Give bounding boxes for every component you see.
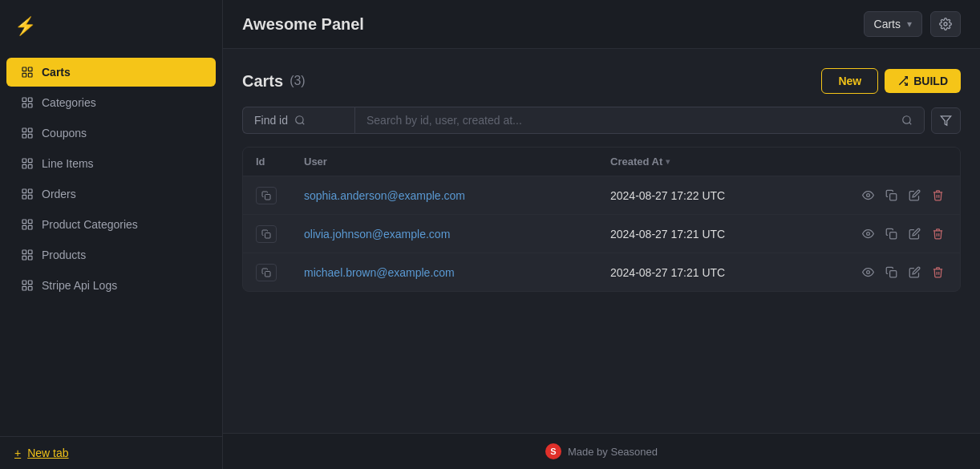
copy-id-button[interactable]: [256, 187, 277, 204]
table-row: olivia.johnson@example.com 2024-08-27 17…: [243, 215, 960, 253]
td-actions: [835, 263, 947, 281]
table-row: sophia.anderson@example.com 2024-08-27 1…: [243, 176, 960, 215]
sidebar-footer: + New tab: [0, 436, 222, 469]
copy-icon: [261, 229, 271, 239]
new-tab-link[interactable]: + New tab: [14, 447, 208, 459]
svg-rect-43: [265, 232, 271, 238]
svg-rect-19: [28, 195, 32, 199]
duplicate-icon: [885, 266, 897, 278]
svg-rect-42: [890, 194, 897, 200]
sidebar-item-coupons[interactable]: Coupons: [6, 119, 216, 148]
view-button[interactable]: [859, 186, 877, 204]
edit-icon: [909, 266, 921, 278]
sidebar-item-label: Product Categories: [42, 218, 138, 231]
new-tab-label: New tab: [27, 447, 68, 459]
sidebar-item-line-items[interactable]: Line Items: [6, 149, 216, 178]
copy-id-button[interactable]: [256, 264, 277, 281]
data-table: Id User Created At ▾ sophia.anderson@: [242, 147, 961, 292]
duplicate-button[interactable]: [882, 224, 901, 243]
td-created-at: 2024-08-27 17:22 UTC: [610, 189, 835, 202]
build-icon: [897, 75, 909, 87]
search-main-field[interactable]: [354, 107, 925, 134]
sidebar-item-product-categories[interactable]: Product Categories: [6, 210, 216, 239]
gear-icon: [939, 18, 952, 30]
edit-button[interactable]: [905, 186, 924, 204]
trash-icon: [932, 266, 944, 278]
svg-rect-17: [28, 189, 32, 193]
copy-id-button[interactable]: [256, 225, 277, 243]
svg-rect-8: [22, 128, 26, 132]
svg-rect-45: [890, 232, 897, 239]
sidebar-item-stripe-api-logs[interactable]: Stripe Api Logs: [6, 271, 216, 300]
sidebar-item-products[interactable]: Products: [6, 241, 216, 269]
svg-rect-29: [28, 281, 32, 285]
edit-button[interactable]: [905, 224, 924, 243]
resource-selector[interactable]: Carts ▾: [864, 11, 922, 37]
svg-rect-6: [22, 103, 26, 107]
edit-button[interactable]: [905, 263, 924, 281]
td-id: [256, 264, 304, 281]
delete-button[interactable]: [929, 186, 947, 204]
svg-rect-26: [22, 256, 26, 260]
duplicate-icon: [885, 189, 897, 201]
svg-rect-13: [28, 159, 32, 163]
sidebar-item-carts[interactable]: Carts: [6, 58, 216, 87]
user-link[interactable]: sophia.anderson@example.com: [304, 189, 465, 202]
svg-rect-5: [28, 98, 32, 102]
footer-text: Made by Seasoned: [568, 446, 658, 458]
th-actions: [835, 156, 947, 168]
search-id-field[interactable]: Find id: [242, 107, 354, 134]
svg-rect-1: [28, 67, 32, 71]
view-button[interactable]: [859, 263, 877, 281]
th-user: User: [304, 156, 610, 168]
topbar: Awesome Panel Carts ▾: [223, 0, 980, 49]
sort-icon: ▾: [666, 157, 670, 166]
duplicate-button[interactable]: [882, 263, 901, 281]
td-user: olivia.johnson@example.com: [304, 228, 610, 241]
svg-rect-40: [265, 194, 271, 200]
svg-rect-0: [22, 67, 26, 71]
new-button[interactable]: New: [821, 68, 878, 94]
svg-rect-28: [22, 281, 26, 285]
coupons-nav-icon: [21, 127, 34, 139]
sidebar-nav: Carts Categories Coupons Line Items: [0, 53, 222, 436]
table-body: sophia.anderson@example.com 2024-08-27 1…: [243, 176, 960, 291]
filter-button[interactable]: [931, 107, 961, 134]
user-link[interactable]: michael.brown@example.com: [304, 266, 455, 279]
eye-icon: [862, 266, 874, 278]
th-created-at[interactable]: Created At ▾: [610, 156, 835, 168]
view-button[interactable]: [859, 224, 877, 243]
app-title: Awesome Panel: [242, 15, 364, 34]
content-area: Carts (3) New BUILD Find id: [223, 49, 980, 433]
lightning-icon: ⚡: [14, 16, 36, 37]
svg-rect-15: [28, 164, 32, 168]
svg-rect-18: [22, 195, 26, 199]
item-count: (3): [290, 74, 306, 88]
sidebar-logo: ⚡: [0, 0, 222, 53]
td-actions: [835, 186, 947, 204]
svg-rect-30: [22, 286, 26, 290]
build-button[interactable]: BUILD: [885, 69, 961, 93]
td-user: michael.brown@example.com: [304, 266, 610, 279]
sidebar-item-label: Line Items: [42, 157, 94, 170]
svg-rect-31: [28, 286, 32, 290]
carts-nav-icon: [21, 66, 34, 79]
duplicate-button[interactable]: [882, 186, 901, 204]
sidebar-item-label: Categories: [42, 96, 96, 109]
delete-button[interactable]: [929, 263, 947, 281]
search-input[interactable]: [366, 114, 895, 127]
chevron-down-icon: ▾: [907, 18, 912, 30]
settings-button[interactable]: [930, 11, 961, 37]
svg-rect-3: [28, 73, 32, 77]
sidebar-item-categories[interactable]: Categories: [6, 88, 216, 117]
delete-button[interactable]: [929, 224, 947, 243]
content-header: Carts (3) New BUILD: [242, 68, 961, 94]
user-link[interactable]: olivia.johnson@example.com: [304, 228, 450, 241]
svg-rect-14: [22, 164, 26, 168]
orders-nav-icon: [21, 188, 34, 200]
svg-rect-25: [28, 250, 32, 254]
td-actions: [835, 224, 947, 243]
svg-rect-22: [22, 225, 26, 229]
sidebar-item-orders[interactable]: Orders: [6, 180, 216, 208]
svg-point-47: [867, 271, 870, 274]
